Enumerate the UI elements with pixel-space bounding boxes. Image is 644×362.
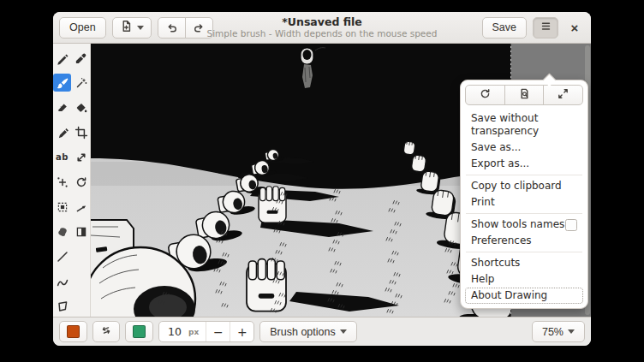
new-image-icon xyxy=(120,20,133,35)
menu-separator xyxy=(466,213,582,214)
close-icon: × xyxy=(571,21,579,35)
undo-button[interactable] xyxy=(158,17,186,39)
magic-wand-icon xyxy=(75,76,88,90)
menu-item-copy-to-clipboard[interactable]: Copy to clipboard xyxy=(465,178,583,194)
tool-paint-bucket[interactable] xyxy=(72,98,90,116)
preview-icon xyxy=(518,87,531,103)
brush-options-label: Brush options xyxy=(270,326,335,338)
hamburger-menu-icon xyxy=(540,20,552,35)
eyedropper-icon xyxy=(75,51,88,65)
free-select-icon xyxy=(56,225,69,239)
rotate-icon xyxy=(75,175,88,189)
tool-curve[interactable] xyxy=(53,272,71,290)
header-bar: Open *Unsaved file Simple brush - Width … xyxy=(53,12,591,44)
text-icon: ab xyxy=(56,152,69,162)
toolbar-spacer xyxy=(72,272,90,290)
eraser-icon xyxy=(56,101,69,115)
tool-scale[interactable] xyxy=(72,148,90,166)
save-button[interactable]: Save xyxy=(482,17,528,39)
toolbar-spacer xyxy=(72,247,90,265)
tool-points[interactable] xyxy=(53,173,71,191)
reload-icon xyxy=(479,87,492,103)
menu-item-show-tools-names[interactable]: Show tools names xyxy=(465,217,583,233)
tool-eraser[interactable] xyxy=(53,98,71,116)
drawing-app-window: Open *Unsaved file Simple brush - Width … xyxy=(53,12,591,346)
scale-icon xyxy=(75,151,88,164)
menu-item-label: Show tools names xyxy=(471,218,564,231)
redo-button[interactable] xyxy=(185,17,213,39)
pencil-icon xyxy=(56,51,69,65)
window-subtitle: Simple brush - Width depends on the mous… xyxy=(207,28,438,39)
brush-size-unit: px xyxy=(188,328,206,336)
brush-icon xyxy=(56,76,69,90)
crop-icon xyxy=(75,126,88,139)
open-button[interactable]: Open xyxy=(59,17,106,39)
swap-colors-button[interactable] xyxy=(92,321,120,342)
menu-item-export-as[interactable]: Export as... xyxy=(465,156,583,172)
window-title: *Unsaved file xyxy=(207,15,438,28)
app-menu-popover: Save without transparency Save as... Exp… xyxy=(460,80,588,309)
chevron-down-icon xyxy=(568,329,575,334)
zoom-level-button[interactable]: 75% xyxy=(532,321,585,342)
toolbar-spacer xyxy=(72,297,90,315)
secondary-color-button[interactable] xyxy=(125,321,153,342)
primary-color-button[interactable] xyxy=(59,321,87,342)
hamburger-menu-button[interactable] xyxy=(533,17,558,39)
undo-redo-group xyxy=(158,17,213,39)
menu-item-save-as[interactable]: Save as... xyxy=(465,139,583,156)
fullscreen-icon xyxy=(557,87,569,103)
menu-item-about-drawing[interactable]: About Drawing xyxy=(465,288,583,304)
tool-color-picker[interactable] xyxy=(72,49,90,67)
primary-color-swatch xyxy=(67,325,80,338)
tool-brush[interactable] xyxy=(53,74,71,92)
menu-item-save-without-transparency[interactable]: Save without transparency xyxy=(465,110,583,139)
show-tools-names-checkbox[interactable] xyxy=(565,219,577,231)
line-icon xyxy=(56,250,69,264)
tool-shape[interactable] xyxy=(53,297,71,315)
tool-magic-wand[interactable] xyxy=(72,74,90,92)
brush-size-value[interactable]: 10 xyxy=(159,325,188,338)
tool-rectangle-select[interactable] xyxy=(53,198,71,216)
skew-icon xyxy=(75,200,88,214)
tool-skew[interactable] xyxy=(72,198,90,216)
tool-text[interactable]: ab xyxy=(53,148,71,166)
points-icon xyxy=(56,175,69,189)
secondary-color-swatch xyxy=(133,325,146,338)
filters-icon xyxy=(75,225,88,239)
tool-pencil[interactable] xyxy=(53,49,71,67)
shape-icon xyxy=(56,300,69,313)
brush-options-button[interactable]: Brush options xyxy=(259,321,356,342)
popover-icon-row xyxy=(465,85,583,105)
tool-filters[interactable] xyxy=(72,223,90,240)
new-image-button[interactable] xyxy=(112,17,152,39)
tool-crop[interactable] xyxy=(72,123,90,141)
drawing-canvas[interactable] xyxy=(91,44,511,317)
menu-separator xyxy=(466,175,582,175)
fullscreen-button[interactable] xyxy=(543,85,583,105)
tool-rotate[interactable] xyxy=(72,173,90,191)
paint-bucket-icon xyxy=(75,101,88,115)
highlighter-icon xyxy=(56,126,69,139)
tool-line[interactable] xyxy=(53,247,71,265)
tool-free-select[interactable] xyxy=(53,223,71,240)
tool-highlighter[interactable] xyxy=(53,123,71,141)
chevron-down-icon xyxy=(137,26,144,30)
main-area: ab xyxy=(53,44,591,317)
swap-colors-icon xyxy=(100,324,112,339)
preview-button[interactable] xyxy=(504,85,545,105)
canvas-artwork xyxy=(91,44,510,317)
close-button[interactable]: × xyxy=(564,17,585,39)
reload-button[interactable] xyxy=(465,85,505,105)
menu-item-print[interactable]: Print xyxy=(465,194,583,211)
canvas-workspace: Save without transparency Save as... Exp… xyxy=(91,44,591,317)
decrease-size-button[interactable]: − xyxy=(206,322,230,341)
tools-sidebar: ab xyxy=(53,44,91,317)
menu-item-help[interactable]: Help xyxy=(465,271,583,288)
menu-item-shortcuts[interactable]: Shortcuts xyxy=(465,255,583,271)
chevron-down-icon xyxy=(340,329,347,334)
menu-item-preferences[interactable]: Preferences xyxy=(465,233,583,249)
zoom-level-value: 75% xyxy=(542,326,564,338)
bottom-options-bar: 10 px − + Brush options 75% xyxy=(53,317,591,346)
increase-size-button[interactable]: + xyxy=(230,322,253,341)
menu-separator xyxy=(466,252,582,252)
